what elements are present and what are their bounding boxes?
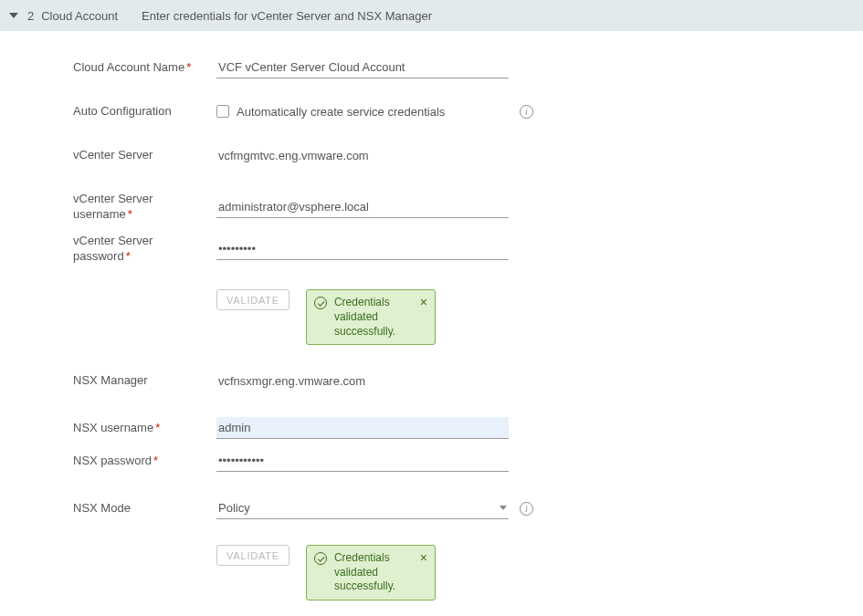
- validate-vcenter-button[interactable]: VALIDATE: [216, 289, 289, 310]
- auto-config-checkbox-label: Automatically create service credentials: [237, 105, 445, 119]
- label-cloud-account-name: Cloud Account Name*: [73, 60, 216, 76]
- validate-nsx-button[interactable]: VALIDATE: [216, 545, 289, 566]
- vcenter-password-input[interactable]: [216, 238, 509, 260]
- vcenter-server-value: vcfmgmtvc.eng.vmware.com: [216, 145, 509, 166]
- label-auto-config: Auto Configuration: [73, 104, 216, 120]
- step-title: Cloud Account: [41, 9, 118, 23]
- label-vcenter-username: vCenter Server username*: [73, 192, 216, 223]
- label-nsx-password: NSX password*: [73, 454, 216, 469]
- nsx-mode-value: Policy: [218, 501, 250, 515]
- info-icon[interactable]: i: [520, 502, 533, 516]
- auto-config-checkbox[interactable]: [216, 105, 229, 118]
- check-circle-icon: [314, 552, 327, 565]
- label-nsx-mode: NSX Mode: [73, 501, 216, 517]
- cloud-account-name-input[interactable]: [216, 57, 509, 78]
- nsx-password-input[interactable]: [216, 450, 509, 472]
- nsx-manager-value: vcfnsxmgr.eng.vmware.com: [216, 371, 509, 392]
- toast-message: Credentials validated successfully.: [334, 551, 395, 592]
- nsx-mode-select[interactable]: Policy: [216, 497, 509, 519]
- step-subtitle: Enter credentials for vCenter Server and…: [142, 9, 432, 23]
- vcenter-success-toast: Credentials validated successfully. ×: [306, 289, 436, 345]
- label-vcenter-password: vCenter Server password*: [73, 234, 216, 265]
- step-number: 2: [27, 9, 34, 23]
- check-circle-icon: [314, 297, 327, 309]
- vcenter-username-input[interactable]: [216, 196, 509, 218]
- label-nsx-username: NSX username*: [73, 421, 216, 436]
- label-vcenter-server: vCenter Server: [73, 148, 216, 163]
- nsx-success-toast: Credentials validated successfully. ×: [306, 545, 436, 600]
- chevron-down-icon: [500, 506, 507, 510]
- step-header[interactable]: 2 Cloud Account Enter credentials for vC…: [0, 0, 863, 31]
- toast-message: Credentials validated successfully.: [334, 296, 395, 337]
- close-icon[interactable]: ×: [420, 296, 427, 308]
- form-area: Cloud Account Name* Auto Configuration A…: [0, 31, 863, 616]
- close-icon[interactable]: ×: [420, 551, 427, 564]
- label-nsx-manager: NSX Manager: [73, 373, 216, 389]
- info-icon[interactable]: i: [520, 105, 533, 119]
- chevron-down-icon: [9, 13, 18, 18]
- nsx-username-input[interactable]: [216, 417, 509, 439]
